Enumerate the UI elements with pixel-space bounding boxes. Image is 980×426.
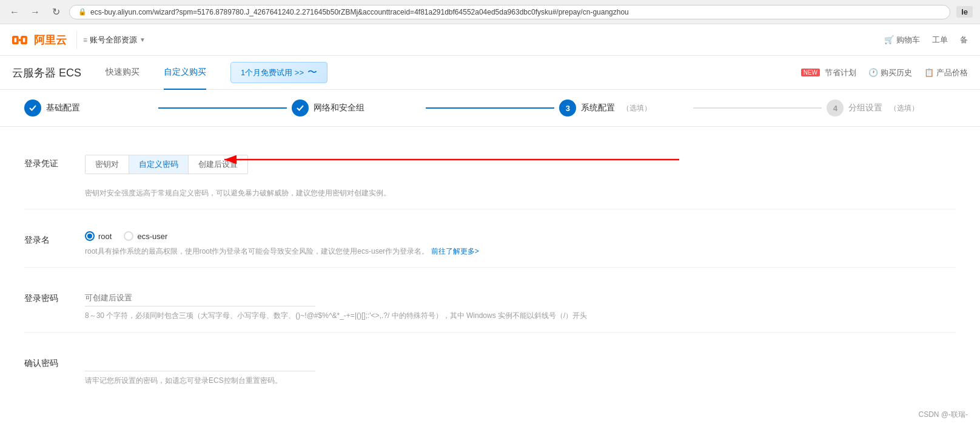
step-line-1-2 [158,107,287,109]
tab-custom-buy[interactable]: 自定义购买 [164,56,206,90]
backup-label: 备 [960,35,968,46]
checkmark-icon [29,104,37,112]
workorder-label: 工单 [932,35,948,46]
watermark: CSDN @-联瑞- [918,410,968,420]
new-badge: NEW [801,69,820,76]
password-input-container [85,289,315,306]
main-content: 登录凭证 密钥对 自定义密码 创建后设置 [0,127,980,426]
extension-label: Ie [956,6,973,18]
step-2: 网络和安全组 [292,100,421,117]
header-right-actions: NEW 节省计划 🕐 购买历史 📋 产品价格 [801,67,968,78]
step-4-circle: 4 [827,100,844,117]
logo-text: 阿里云 [34,33,67,47]
forward-button[interactable]: → [28,5,42,19]
tab-keypair[interactable]: 密钥对 [86,155,129,174]
product-price-button[interactable]: 📋 产品价格 [924,67,968,78]
step-1-circle [24,100,41,117]
confirm-password-desc: 请牢记您所设置的密码，如遗忘可登录ECS控制台重置密码。 [85,375,956,387]
step-line-3-4 [693,107,822,109]
login-name-content: root ecs-user root具有操作系统的最高权限，使用root作为登录… [85,231,956,257]
login-name-row: 登录名 root ecs-user root具有操作系统的最高权限，使用root… [24,221,956,268]
step-4-label: 分组设置 [848,103,882,113]
browser-actions: Ie [956,6,973,18]
login-password-label: 登录密码 [24,289,85,304]
step-2-circle [292,100,309,117]
login-password-content: 8～30 个字符，必须同时包含三项（大写字母、小写字母、数字、()~!@#$%^… [85,289,956,322]
radio-ecs-user-label: ecs-user [137,232,167,241]
url-text: ecs-buy.aliyun.com/wizard?spm=5176.87897… [90,8,629,16]
confirm-password-label: 确认密码 [24,354,85,369]
account-menu[interactable]: ≡ 账号全部资源 ▼ [76,31,152,49]
cart-label: 购物车 [896,35,920,46]
radio-root-label: root [98,232,112,241]
price-icon: 📋 [924,68,934,77]
history-icon: 🕐 [868,68,878,77]
login-credential-row: 登录凭证 密钥对 自定义密码 创建后设置 [24,145,956,209]
login-password-row: 登录密码 8～30 个字符，必须同时包含三项（大写字母、小写字母、数字、()~!… [24,280,956,332]
lock-icon: 🔒 [78,8,87,16]
step-4: 4 分组设置 （选填） [827,100,956,117]
logo[interactable]: 阿里云 [12,33,67,47]
save-plan-label: 节省计划 [825,67,856,78]
step-4-sublabel: （选填） [890,103,919,113]
step-1-label: 基础配置 [46,103,80,113]
learn-more-link[interactable]: 前往了解更多> [431,247,479,255]
login-name-label: 登录名 [24,231,85,246]
login-credential-content: 密钥对 自定义密码 创建后设置 [85,155,956,199]
confirm-password-row: 确认密码 请牢记您所设置的密码，如遗忘可登录ECS控制台重置密码。 [24,345,956,396]
radio-ecs-user[interactable]: ecs-user [124,231,167,241]
top-navigation: 阿里云 ≡ 账号全部资源 ▼ 🛒 购物车 工单 备 [0,24,980,56]
free-trial-label: 1个月免费试用 >> [241,67,304,78]
refresh-button[interactable]: ↻ [49,5,63,19]
step-1: 基础配置 [24,100,153,117]
login-credential-label: 登录凭证 [24,155,85,169]
purchase-history-button[interactable]: 🕐 购买历史 [868,67,912,78]
step-line-2-3 [426,107,555,109]
login-name-desc: root具有操作系统的最高权限，使用root作为登录名可能会导致安全风险，建议您… [85,246,956,257]
browser-chrome: ← → ↻ 🔒 ecs-buy.aliyun.com/wizard?spm=51… [0,0,980,24]
product-price-label: 产品价格 [936,67,968,78]
login-name-radio-group: root ecs-user [85,231,956,241]
step-3: 3 系统配置 （选填） [559,100,688,117]
login-tabs-wrapper: 密钥对 自定义密码 创建后设置 [85,155,248,184]
step-2-label: 网络和安全组 [314,103,364,113]
keypair-desc: 密钥对安全强度远高于常规自定义密码，可以避免暴力破解威胁，建议您使用密钥对创建实… [85,188,956,199]
step-3-circle: 3 [559,100,576,117]
workorder-button[interactable]: 工单 [932,35,948,46]
backup-button[interactable]: 备 [960,35,968,46]
svg-rect-3 [23,38,25,42]
step-3-sublabel: （选填） [622,103,651,113]
cart-button[interactable]: 🛒 购物车 [884,35,920,46]
radio-root[interactable]: root [85,231,112,241]
cart-icon: 🛒 [884,35,894,44]
product-title: 云服务器 ECS [12,66,81,80]
confirm-password-content: 请牢记您所设置的密码，如遗忘可登录ECS控制台重置密码。 [85,354,956,387]
account-label: 账号全部资源 [90,35,137,46]
nav-right: 🛒 购物车 工单 备 [884,35,968,46]
svg-rect-1 [15,38,17,42]
checkmark-icon-2 [296,104,304,112]
password-desc: 8～30 个字符，必须同时包含三项（大写字母、小写字母、数字、()~!@#$%^… [85,310,956,322]
radio-ecs-user-circle [124,231,133,241]
svg-rect-4 [19,39,21,41]
tab-custom-password[interactable]: 自定义密码 [129,155,189,174]
logo-area: 阿里云 ≡ 账号全部资源 ▼ [12,31,152,49]
tab-post-creation[interactable]: 创建后设置 [189,155,247,174]
steps-bar: 基础配置 网络和安全组 3 系统配置 （选填） 4 分组设置 （选填） [0,90,980,127]
password-input[interactable] [85,289,315,306]
address-bar[interactable]: 🔒 ecs-buy.aliyun.com/wizard?spm=5176.878… [69,5,950,19]
tab-quick-buy[interactable]: 快速购买 [106,56,139,90]
trial-wave-icon: 〜 [307,66,317,79]
purchase-history-label: 购买历史 [881,67,912,78]
radio-root-circle [85,231,95,241]
back-button[interactable]: ← [7,5,22,19]
login-tabs: 密钥对 自定义密码 创建后设置 [85,155,248,174]
save-plan-button[interactable]: NEW 节省计划 [801,67,856,78]
confirm-password-input[interactable] [85,354,315,371]
product-header: 云服务器 ECS 快速购买 自定义购买 1个月免费试用 >> 〜 NEW 节省计… [0,56,980,90]
annotation-arrow [218,151,703,169]
confirm-password-input-container [85,354,315,371]
step-3-label: 系统配置 [581,103,615,113]
logo-icon [12,33,32,47]
free-trial-button[interactable]: 1个月免费试用 >> 〜 [230,62,327,83]
